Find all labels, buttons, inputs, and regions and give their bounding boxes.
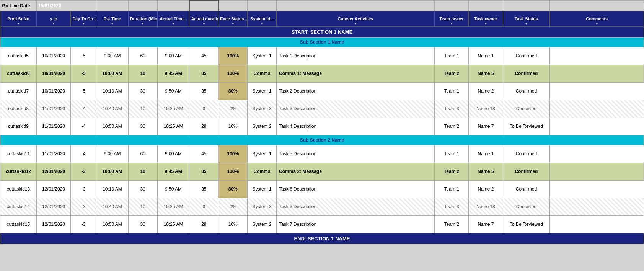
col-header-yto[interactable]: y to ▼ (36, 11, 70, 26)
cell-taskstatus: To Be Reviewed (503, 215, 550, 233)
cell-actualdur: 05 (189, 65, 218, 82)
main-table: Go Live Date 15/01/2020 Prod Sr No ▼ (0, 0, 644, 244)
cell-actualdur: 45 (189, 145, 218, 163)
cell-daygo: -5 (71, 65, 96, 82)
cell-teamowner: Team 1 (435, 180, 469, 198)
col-header-duration[interactable]: Duration (Min... ▼ (128, 11, 157, 26)
cell-actualtime: 9:50 AM (157, 82, 189, 100)
col-header-taskstatus[interactable]: Task Status ▼ (503, 11, 550, 26)
cell-duration: 30 (128, 215, 157, 233)
cell-esttime: 10:40 AM (96, 198, 129, 215)
cell-taskowner: Name 5 (469, 65, 503, 82)
cell-actualdur: 35 (189, 180, 218, 198)
cell-teamowner: Team 3 (435, 100, 469, 118)
cell-cutover: Task 1 Description (277, 47, 435, 65)
col-header-cutover[interactable]: Cutover Activities ▼ (277, 11, 435, 26)
cell-prod: cuttaskid14 (0, 198, 37, 215)
cell-daygo: -5 (71, 47, 96, 65)
cell-daygo: -3 (71, 163, 96, 180)
cell-taskstatus: Confirmed (503, 145, 550, 163)
cell-actualdur: 28 (189, 118, 218, 135)
cell-comments (550, 100, 644, 118)
col-header-daygo[interactable]: Day To Go Li... ▼ (71, 11, 96, 26)
cell-taskowner: Name 2 (469, 82, 503, 100)
col-header-teamowner[interactable]: Team owner ▼ (435, 11, 469, 26)
cell-sysid: System 3 (248, 198, 277, 215)
cell-comments (550, 145, 644, 163)
cell-esttime: 9:00 AM (96, 47, 129, 65)
table-row: cuttaskid6 10/01/2020 -5 10:00 AM 10 9:4… (0, 65, 644, 82)
cell-sysid: Comms (248, 65, 277, 82)
col-header-taskowner[interactable]: Task owner ▼ (469, 11, 503, 26)
cell-duration: 30 (128, 180, 157, 198)
cell-actualdur: 35 (189, 82, 218, 100)
cell-esttime: 9:00 AM (96, 145, 129, 163)
cell-taskstatus: Confirmed (503, 47, 550, 65)
cell-esttime: 10:10 AM (96, 82, 129, 100)
cell-esttime: 10:10 AM (96, 180, 129, 198)
cell-teamowner: Team 1 (435, 47, 469, 65)
cell-taskowner: Name 7 (469, 215, 503, 233)
table-row: cuttaskid8 11/01/2020 -4 10:40 AM 10 10:… (0, 100, 644, 118)
spreadsheet-container: Go Live Date 15/01/2020 Prod Sr No ▼ (0, 0, 644, 244)
cell-daygo: -4 (71, 118, 96, 135)
cell-cutover: Task 6 Description (277, 180, 435, 198)
cell-esttime: 10:00 AM (96, 65, 129, 82)
cell-exec: 100% (218, 47, 248, 65)
cell-taskstatus: Cancelled (503, 100, 550, 118)
cell-taskowner: Name 13 (469, 198, 503, 215)
column-header-row: Prod Sr No ▼ y to ▼ Day To Go Li... ▼ Es… (0, 11, 644, 26)
col-header-actualdur[interactable]: Actual duratio... ▼ (189, 11, 218, 26)
cell-teamowner: Team 2 (435, 163, 469, 180)
cell-esttime: 10:40 AM (96, 100, 129, 118)
cell-yto: 12/01/2020 (36, 163, 70, 180)
cell-prod: cuttaskid15 (0, 215, 37, 233)
subsection2-header: Sub Section 2 Name (0, 135, 644, 145)
cell-actualtime: 10:25 AM (157, 198, 189, 215)
cell-daygo: -4 (71, 145, 96, 163)
section1-header: START: SECTION 1 NAME (0, 26, 644, 37)
cell-yto: 11/01/2020 (36, 145, 70, 163)
cell-prod: cuttaskid9 (0, 118, 37, 135)
cell-yto: 11/01/2020 (36, 118, 70, 135)
cell-sysid: System 1 (248, 82, 277, 100)
table-row: cuttaskid5 10/01/2020 -5 9:00 AM 60 9:00… (0, 47, 644, 65)
cell-actualdur: 05 (189, 163, 218, 180)
cell-yto: 10/01/2020 (36, 65, 70, 82)
cell-prod: cuttaskid8 (0, 100, 37, 118)
table-row: cuttaskid14 12/01/2020 -3 10:40 AM 10 10… (0, 198, 644, 215)
cell-comments (550, 163, 644, 180)
col-header-prod[interactable]: Prod Sr No ▼ (0, 11, 37, 26)
cell-actualtime: 10:25 AM (157, 118, 189, 135)
cell-cutover: Task 7 Description (277, 215, 435, 233)
cell-teamowner: Team 3 (435, 198, 469, 215)
cell-esttime: 10:50 AM (96, 215, 129, 233)
cell-sysid: System 1 (248, 145, 277, 163)
cell-sysid: System 2 (248, 118, 277, 135)
cell-cutover: Task 2 Description (277, 82, 435, 100)
cell-sysid: System 1 (248, 180, 277, 198)
cell-duration: 30 (128, 82, 157, 100)
cell-exec: 100% (218, 145, 248, 163)
section1-end-title: END: SECTION 1 NAME (0, 233, 644, 244)
cell-teamowner: Team 1 (435, 82, 469, 100)
cell-actualtime: 9:00 AM (157, 47, 189, 65)
cell-taskstatus: Confirmed (503, 163, 550, 180)
cell-comments (550, 82, 644, 100)
cell-daygo: -5 (71, 82, 96, 100)
cell-actualtime: 9:50 AM (157, 180, 189, 198)
go-live-label: Go Live Date (0, 0, 37, 11)
cell-comments (550, 65, 644, 82)
col-header-exec[interactable]: Exec Status... ▼ (218, 11, 248, 26)
col-header-actualtime[interactable]: Actual Time... ▼ (157, 11, 189, 26)
col-header-comments[interactable]: Comments ▼ (550, 11, 644, 26)
col-header-esttime[interactable]: Est Time ▼ (96, 11, 129, 26)
cell-duration: 10 (128, 65, 157, 82)
cell-comments (550, 180, 644, 198)
cell-taskstatus: To Be Reviewed (503, 118, 550, 135)
table-row: cuttaskid12 12/01/2020 -3 10:00 AM 10 9:… (0, 163, 644, 180)
col-header-sysid[interactable]: System Id... ▼ (248, 11, 277, 26)
cell-prod: cuttaskid11 (0, 145, 37, 163)
cell-exec: 80% (218, 180, 248, 198)
cell-cutover: Comms 2: Message (277, 163, 435, 180)
